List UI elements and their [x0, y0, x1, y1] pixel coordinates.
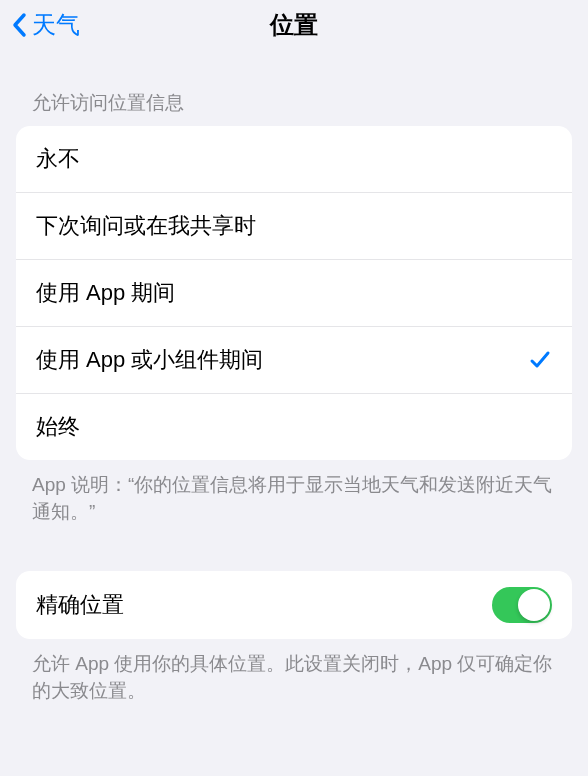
- option-ask-next-time[interactable]: 下次询问或在我共享时: [16, 192, 572, 259]
- precise-location-label: 精确位置: [36, 590, 124, 620]
- section-footer-app-description: App 说明：“你的位置信息将用于显示当地天气和发送附近天气通知。”: [0, 460, 588, 537]
- precise-location-group: 精确位置: [16, 571, 572, 639]
- option-always[interactable]: 始终: [16, 393, 572, 460]
- option-label: 始终: [36, 412, 80, 442]
- option-label: 使用 App 或小组件期间: [36, 345, 263, 375]
- chevron-left-icon: [10, 11, 28, 39]
- section-footer-precise-location: 允许 App 使用你的具体位置。此设置关闭时，App 仅可确定你的大致位置。: [0, 639, 588, 716]
- option-never[interactable]: 永不: [16, 126, 572, 192]
- back-button[interactable]: 天气: [10, 9, 80, 41]
- precise-location-toggle[interactable]: [492, 587, 552, 623]
- section-header-location-access: 允许访问位置信息: [0, 50, 588, 126]
- precise-location-row: 精确位置: [16, 571, 572, 639]
- location-access-options: 永不 下次询问或在我共享时 使用 App 期间 使用 App 或小组件期间 始终: [16, 126, 572, 460]
- toggle-knob: [518, 589, 550, 621]
- option-label: 使用 App 期间: [36, 278, 175, 308]
- navigation-bar: 天气 位置: [0, 0, 588, 50]
- page-title: 位置: [270, 9, 318, 41]
- back-label: 天气: [32, 9, 80, 41]
- option-while-using-app[interactable]: 使用 App 期间: [16, 259, 572, 326]
- option-label: 下次询问或在我共享时: [36, 211, 256, 241]
- option-while-using-app-or-widgets[interactable]: 使用 App 或小组件期间: [16, 326, 572, 393]
- option-label: 永不: [36, 144, 80, 174]
- checkmark-icon: [528, 348, 552, 372]
